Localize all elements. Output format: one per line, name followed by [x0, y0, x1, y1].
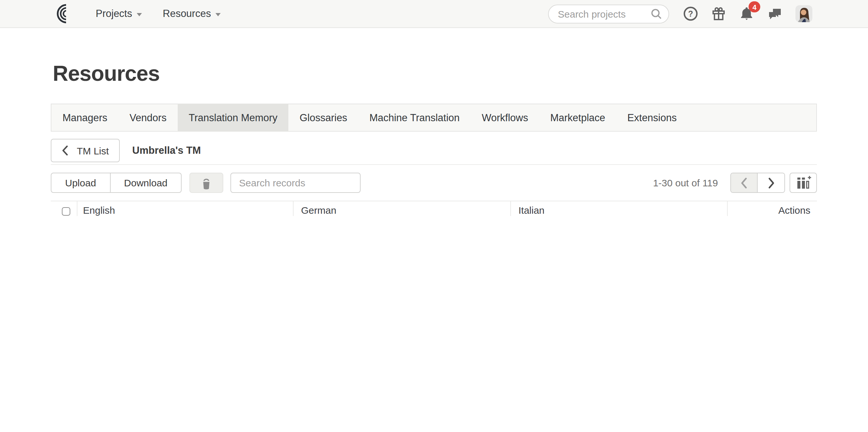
- tab-managers[interactable]: Managers: [52, 104, 119, 131]
- tab-workflows[interactable]: Workflows: [471, 104, 539, 131]
- manage-columns-button[interactable]: [789, 173, 817, 193]
- download-button[interactable]: Download: [110, 173, 182, 193]
- notification-badge: 4: [749, 1, 760, 12]
- chevron-down-icon: [215, 13, 221, 16]
- page-title: Resources: [53, 61, 817, 86]
- tab-marketplace[interactable]: Marketplace: [539, 104, 616, 131]
- chevron-down-icon: [137, 13, 142, 16]
- chevron-left-icon: [62, 145, 68, 156]
- back-to-tm-list-button[interactable]: TM List: [51, 139, 120, 162]
- tab-bar: ManagersVendorsTranslation MemoryGlossar…: [51, 104, 817, 132]
- pager: [730, 173, 785, 193]
- search-icon: [650, 7, 663, 23]
- toolbar: Upload Download 1-30 out of 119: [51, 173, 817, 193]
- nav-item-resources[interactable]: Resources: [163, 8, 221, 20]
- content: Resources ManagersVendorsTranslation Mem…: [51, 61, 817, 216]
- next-page-button[interactable]: [758, 173, 784, 192]
- toolbar-right: 1-30 out of 119: [653, 173, 817, 193]
- avatar[interactable]: [796, 5, 812, 22]
- column-header-german: German: [293, 201, 510, 216]
- trash-icon: [199, 175, 214, 191]
- messages-icon[interactable]: [767, 6, 783, 21]
- column-header-italian: Italian: [510, 201, 727, 216]
- nav-item-label: Resources: [163, 8, 211, 20]
- divider: [51, 164, 817, 165]
- back-button-label: TM List: [77, 145, 109, 156]
- column-header-english: English: [77, 201, 293, 216]
- help-icon[interactable]: ?: [683, 6, 699, 22]
- select-all-checkbox[interactable]: [62, 207, 70, 215]
- upload-download-group: Upload Download: [51, 173, 182, 193]
- tab-vendors[interactable]: Vendors: [119, 104, 178, 131]
- tab-glossaries[interactable]: Glossaries: [288, 104, 358, 131]
- tab-translation-memory[interactable]: Translation Memory: [178, 104, 289, 131]
- column-header-actions: Actions: [727, 201, 817, 216]
- topbar: ProjectsResources ?: [0, 0, 868, 28]
- search-projects: [548, 4, 669, 23]
- delete-selected-button[interactable]: [190, 173, 224, 193]
- gift-icon[interactable]: [711, 5, 726, 22]
- tab-machine-translation[interactable]: Machine Translation: [358, 104, 471, 131]
- tm-name: Umbrella's TM: [132, 145, 201, 156]
- tm-table: English German Italian Actions About...Ü…: [51, 201, 817, 216]
- table-header-row: English German Italian Actions: [51, 201, 817, 216]
- bell-icon[interactable]: 4: [739, 6, 754, 22]
- nav-item-label: Projects: [96, 8, 132, 20]
- columns-icon: [795, 175, 811, 190]
- topbar-nav: ProjectsResources: [96, 8, 221, 20]
- app-logo-icon[interactable]: [46, 3, 70, 24]
- prev-page-button[interactable]: [731, 173, 758, 192]
- pagination-range: 1-30 out of 119: [653, 177, 718, 188]
- app: ProjectsResources ?: [0, 0, 868, 216]
- topbar-right: ? 4: [548, 4, 812, 23]
- upload-button[interactable]: Upload: [51, 173, 110, 193]
- svg-text:?: ?: [688, 9, 693, 18]
- nav-item-projects[interactable]: Projects: [96, 8, 142, 20]
- tab-extensions[interactable]: Extensions: [616, 104, 688, 131]
- search-records-input[interactable]: [231, 173, 361, 193]
- breadcrumb: TM List Umbrella's TM: [51, 139, 817, 162]
